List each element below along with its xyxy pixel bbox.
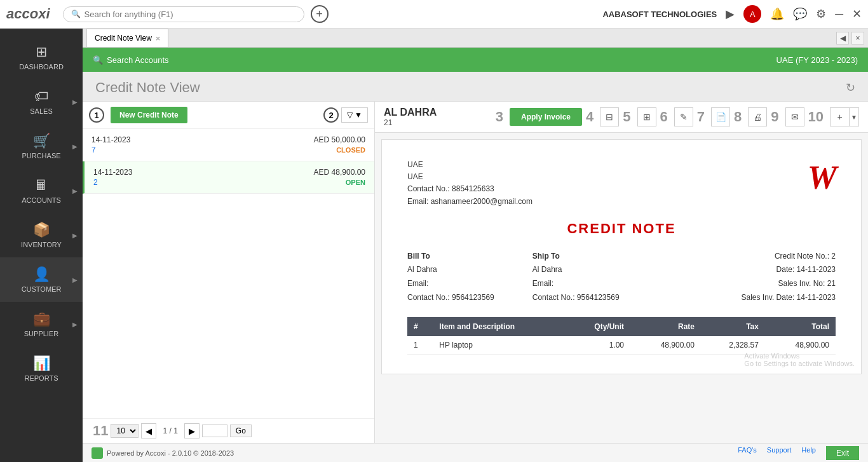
step-7-indicator: 7 [697, 109, 705, 125]
credit-note-list: 14-11-2023 AED 50,000.00 7 CLOSED 14-11-… [83, 129, 374, 418]
app-logo: accoxi [6, 6, 50, 22]
notification-icon[interactable]: 🔔 [770, 7, 784, 21]
credit-note-number[interactable]: 7 [92, 146, 96, 154]
settings-icon[interactable]: ⚙ [816, 7, 826, 21]
row-qty: 1.00 [566, 336, 630, 355]
refresh-button[interactable]: ↻ [846, 81, 855, 95]
sidebar-item-supplier[interactable]: 💼 SUPPLIER ▶ [0, 302, 83, 346]
sidebar-item-accounts[interactable]: 🖩 ACCOUNTS ▶ [0, 168, 83, 213]
new-credit-note-button[interactable]: New Credit Note [111, 107, 187, 123]
sidebar-item-label: CUSTOMER [22, 285, 62, 293]
search-accounts-button[interactable]: 🔍 Search Accounts [93, 55, 169, 65]
left-panel: 1 New Credit Note 2 ▽ ▼ 1 [83, 102, 375, 443]
company-logo: W [808, 159, 836, 196]
main-content: Credit Note View × ◀ × 🔍 Search Accounts… [83, 29, 868, 462]
footer-logo-img [92, 447, 103, 459]
email-button[interactable]: ✉ [785, 107, 804, 126]
footer-powered-by: Powered by Accoxi - 2.0.10 © 2018-2023 [107, 449, 234, 457]
user-avatar[interactable]: A [743, 5, 761, 23]
step-1-indicator: 1 [89, 107, 104, 123]
triangle-icon[interactable]: ▶ [726, 7, 735, 21]
next-page-button[interactable]: ▶ [184, 423, 200, 438]
tab-bar: Credit Note View × ◀ × [83, 29, 868, 48]
apply-invoice-button[interactable]: Apply Invoice [510, 108, 582, 126]
print-button[interactable]: 🖨 [748, 107, 767, 126]
footer-logo: Powered by Accoxi - 2.0.10 © 2018-2023 [92, 447, 234, 459]
tab-credit-note-view[interactable]: Credit Note View × [86, 29, 168, 47]
purchase-icon: 🛒 [33, 133, 50, 149]
tab-prev-button[interactable]: ◀ [836, 32, 849, 44]
collapse-button[interactable]: ⊟ [600, 107, 619, 126]
tab-close-button[interactable]: × [156, 34, 161, 43]
bill-to-label: Bill To [407, 252, 430, 261]
filter-button[interactable]: ▽ ▼ [341, 107, 368, 123]
col-tax: Tax [701, 317, 765, 336]
watermark: Activate WindowsGo to Settings to activa… [744, 352, 855, 367]
step-3-indicator: 3 [496, 109, 503, 125]
credit-note-number[interactable]: 2 [93, 178, 98, 187]
status-badge: CLOSED [336, 146, 365, 154]
chevron-right-icon: ▶ [72, 276, 78, 283]
exit-button[interactable]: Exit [826, 446, 859, 460]
more-main-button[interactable]: + [830, 107, 849, 126]
step-2-area: 2 ▽ ▼ [323, 107, 368, 123]
sidebar-item-sales[interactable]: 🏷 SALES ▶ [0, 79, 83, 124]
help-link[interactable]: Help [801, 446, 816, 460]
faq-link[interactable]: FAQ's [738, 446, 757, 460]
bill-to-section: Bill To Al Dahra Email: Contact No.: 956… [407, 250, 494, 304]
document-title: CREDIT NOTE [407, 221, 836, 237]
credit-note-item-row: 14-11-2023 AED 50,000.00 [92, 135, 365, 144]
sidebar-item-purchase[interactable]: 🛒 PURCHASE ▶ [0, 124, 83, 168]
sidebar-item-dashboard[interactable]: ⊞ DASHBOARD [0, 35, 83, 79]
credit-note-date: 14-11-2023 [92, 135, 130, 144]
document-header: UAE UAE Contact No.: 8854125633 Email: a… [407, 159, 836, 208]
page-size-select[interactable]: 10 25 50 [111, 424, 139, 438]
document-paper: UAE UAE Contact No.: 8854125633 Email: a… [381, 139, 862, 374]
sidebar-item-label: DASHBOARD [19, 63, 64, 71]
credit-note-item-row2: 2 OPEN [93, 178, 365, 187]
sidebar-item-inventory[interactable]: 📦 INVENTORY ▶ [0, 213, 83, 257]
chat-icon[interactable]: 💬 [793, 7, 807, 21]
col-num: # [407, 317, 433, 336]
prev-page-button[interactable]: ◀ [141, 423, 156, 438]
sidebar-item-customer[interactable]: 👤 CUSTOMER ▶ [0, 257, 83, 302]
add-button[interactable]: + [311, 5, 329, 23]
green-bar: 🔍 Search Accounts UAE (FY 2023 - 2023) [83, 48, 868, 72]
col-qty: Qty/Unit [566, 317, 630, 336]
credit-note-date: 14-11-2023 [93, 168, 132, 177]
credit-note-item-selected[interactable]: 14-11-2023 AED 48,900.00 2 OPEN [83, 161, 374, 194]
edit-button[interactable]: ✎ [674, 107, 693, 126]
left-panel-header: 1 New Credit Note 2 ▽ ▼ [83, 102, 374, 129]
go-button[interactable]: Go [230, 425, 252, 437]
search-accounts-icon: 🔍 [93, 55, 103, 65]
search-bar[interactable]: 🔍 [63, 6, 304, 22]
tab-next-button[interactable]: × [851, 32, 864, 44]
more-button[interactable]: + ▼ [830, 107, 859, 126]
bill-ship-container: Bill To Al Dahra Email: Contact No.: 956… [407, 250, 836, 304]
document-view: UAE UAE Contact No.: 8854125633 Email: a… [375, 133, 868, 443]
page-number-input[interactable] [202, 425, 227, 437]
accounts-icon: 🖩 [34, 177, 48, 194]
table-view-button[interactable]: ⊞ [637, 107, 656, 126]
step-6-indicator: 6 [660, 109, 668, 125]
fiscal-year-label: UAE (FY 2023 - 2023) [776, 55, 858, 65]
minimize-icon[interactable]: ─ [835, 8, 843, 21]
account-name: AL DAHRA [384, 107, 437, 118]
credit-note-amount: AED 48,900.00 [314, 168, 365, 177]
search-input[interactable] [85, 10, 296, 19]
company-email: Email: ashanameer2000@gmail.com [407, 196, 532, 208]
more-arrow-button[interactable]: ▼ [849, 107, 859, 126]
top-bar: accoxi 🔍 + AABASOFT TECHNOLOGIES ▶ A 🔔 💬… [0, 0, 868, 29]
sales-inv-date: Sales Inv. Date: 14-11-2023 [741, 291, 836, 305]
row-rate: 48,900.00 [630, 336, 701, 355]
sidebar-item-reports[interactable]: 📊 REPORTS [0, 346, 83, 391]
chevron-right-icon: ▶ [72, 232, 78, 239]
supplier-icon: 💼 [33, 311, 50, 327]
dashboard-icon: ⊞ [36, 44, 47, 60]
credit-note-item[interactable]: 14-11-2023 AED 50,000.00 7 CLOSED [83, 129, 374, 161]
support-link[interactable]: Support [767, 446, 792, 460]
pdf-button[interactable]: 📄 [711, 107, 730, 126]
close-icon[interactable]: ✕ [852, 7, 862, 21]
sidebar-item-label: REPORTS [25, 374, 58, 382]
company-contact: Contact No.: 8854125633 [407, 183, 532, 195]
